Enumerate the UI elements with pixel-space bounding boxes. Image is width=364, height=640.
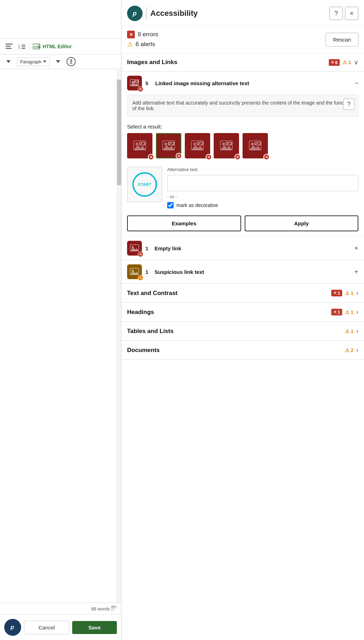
toolbar-separator <box>30 42 30 51</box>
svg-rect-2 <box>6 48 12 49</box>
suspicious-link-expand[interactable]: + <box>354 268 358 276</box>
alt-text-input-group: Alternative text - or - mark as decorati… <box>167 167 358 208</box>
issue-collapse-button[interactable]: − <box>354 80 358 87</box>
svg-rect-22 <box>115 606 117 608</box>
accessibility-panel: p Accessibility ? × ✕ 8 errors ⚠ 6 alert… <box>121 0 364 640</box>
tables-lists-header[interactable]: Tables and Lists ⚠ 1 › <box>121 322 364 340</box>
svg-rect-21 <box>113 606 115 608</box>
text-contrast-title: Text and Contrast <box>127 290 331 297</box>
issue-description-text: Add alternative text that accurately and… <box>132 100 351 111</box>
result-image-x-1: ✕ <box>148 154 154 160</box>
panel-header: p Accessibility ? × <box>121 0 364 26</box>
issue-header: ✕ 5 Linked image missing alternative tex… <box>121 71 364 95</box>
apply-button[interactable]: Apply <box>245 215 359 231</box>
panel-divider <box>146 7 147 20</box>
svg-marker-38 <box>163 145 175 150</box>
svg-marker-35 <box>134 145 146 150</box>
svg-text:p: p <box>132 10 137 17</box>
tables-lists-warning-count: ⚠ 1 <box>345 328 353 334</box>
svg-rect-4 <box>21 45 25 45</box>
editor-footer: 88 words <box>0 603 121 614</box>
svg-text:p: p <box>10 624 14 630</box>
result-image-x-3: ✕ <box>206 154 212 160</box>
decorative-label: mark as decorative <box>176 202 218 208</box>
documents-warning-count: ⚠ 2 <box>345 347 353 353</box>
empty-link-icon: ✕ <box>127 241 142 256</box>
text-contrast-header[interactable]: Text and Contrast ✕ 1 ⚠ 1 › <box>121 284 364 302</box>
result-image-3[interactable]: ✕ <box>185 133 210 158</box>
headings-section: Headings ✕ 1 ⚠ 1 › <box>121 303 364 322</box>
empty-link-issue[interactable]: ✕ 1 Empty link + <box>121 237 364 260</box>
empty-link-expand[interactable]: + <box>354 244 358 252</box>
format-arrow-icon[interactable] <box>4 57 13 67</box>
help-button[interactable]: ? <box>330 7 343 20</box>
svg-rect-20 <box>111 606 113 608</box>
suspicious-link-issue[interactable]: ⚠ 1 Suspicious link text + <box>121 260 364 284</box>
decorative-row: mark as decorative <box>167 202 358 208</box>
cancel-button[interactable]: Cancel <box>24 621 69 634</box>
headings-title: Headings <box>127 309 331 316</box>
examples-button[interactable]: Examples <box>127 215 241 231</box>
editor-bottom-bar: p Cancel Save <box>0 614 121 640</box>
text-contrast-error-count: ✕ 1 <box>331 290 342 296</box>
issue-description: Add alternative text that accurately and… <box>127 95 358 117</box>
svg-point-40 <box>193 143 196 145</box>
close-button[interactable]: × <box>345 7 358 20</box>
editor-content-area[interactable] <box>0 69 121 603</box>
headings-header[interactable]: Headings ✕ 1 ⚠ 1 › <box>121 303 364 321</box>
editor-toolbar: 1. 2. 3. HTML HTML Editor <box>0 39 121 55</box>
svg-point-46 <box>251 143 254 145</box>
documents-title: Documents <box>127 347 345 354</box>
tables-lists-chevron: › <box>356 327 358 335</box>
documents-chevron: › <box>356 346 358 354</box>
svg-marker-13 <box>43 61 46 63</box>
svg-marker-41 <box>192 145 203 150</box>
svg-line-19 <box>71 63 72 64</box>
errors-summary: ✕ 8 errors ⚠ 6 alerts Rescan <box>121 26 364 54</box>
images-links-chevron: ∨ <box>354 58 358 66</box>
text-contrast-warning-count: ⚠ 1 <box>345 290 353 296</box>
action-buttons: Examples Apply <box>121 212 364 236</box>
svg-marker-14 <box>56 60 60 63</box>
issue-help-button[interactable]: ? <box>343 99 354 110</box>
empty-link-title: Empty link <box>155 245 354 251</box>
image-preview: START <box>127 167 162 202</box>
errors-info: ✕ 8 errors ⚠ 6 alerts <box>127 31 158 48</box>
numbered-list-icon[interactable]: 1. 2. 3. <box>17 42 27 51</box>
documents-header[interactable]: Documents ⚠ 2 › <box>121 341 364 359</box>
panel-title: Accessibility <box>150 9 198 18</box>
tables-lists-section: Tables and Lists ⚠ 1 › <box>121 322 364 341</box>
result-image-5[interactable]: ✕ <box>243 133 268 158</box>
images-links-title: Images and Links <box>127 59 329 66</box>
result-image-4[interactable]: ✕ <box>214 133 239 158</box>
empty-link-x-badge: ✕ <box>138 251 143 257</box>
result-image-1[interactable]: ✕ <box>127 133 152 158</box>
svg-marker-53 <box>130 271 139 275</box>
html-editor-label[interactable]: HTML HTML Editor <box>33 43 72 50</box>
headings-counts: ✕ 1 ⚠ 1 <box>331 309 353 315</box>
word-count: 88 words <box>91 606 110 611</box>
text-contrast-chevron: › <box>356 289 358 297</box>
logo-button[interactable]: p <box>4 619 21 636</box>
paragraph-dropdown[interactable]: Paragraph <box>17 57 50 66</box>
text-contrast-section: Text and Contrast ✕ 1 ⚠ 1 › <box>121 284 364 303</box>
rescan-button[interactable]: Rescan <box>326 33 358 46</box>
decorative-checkbox[interactable] <box>167 202 174 208</box>
empty-link-number: 1 <box>145 245 152 251</box>
headings-chevron: › <box>356 308 358 316</box>
result-selector-label: Select a result: <box>127 124 358 130</box>
list-icon[interactable] <box>4 42 14 51</box>
svg-point-15 <box>70 59 72 61</box>
format-arrow2-icon[interactable] <box>53 57 63 67</box>
panel-logo: p <box>127 6 143 21</box>
images-links-section-header[interactable]: Images and Links ✕ 6 ⚠ 1 ∨ <box>121 54 364 71</box>
scrollbar-thumb[interactable] <box>117 80 121 185</box>
tables-lists-title: Tables and Lists <box>127 328 345 335</box>
accessibility-icon[interactable] <box>67 57 76 66</box>
images-error-count: ✕ 6 <box>329 59 340 66</box>
alt-text-input[interactable] <box>167 175 358 191</box>
result-image-2[interactable]: ✕ <box>156 133 181 158</box>
scrollbar[interactable] <box>117 69 121 603</box>
save-button[interactable]: Save <box>72 621 117 634</box>
suspicious-link-icon: ⚠ <box>127 264 142 279</box>
